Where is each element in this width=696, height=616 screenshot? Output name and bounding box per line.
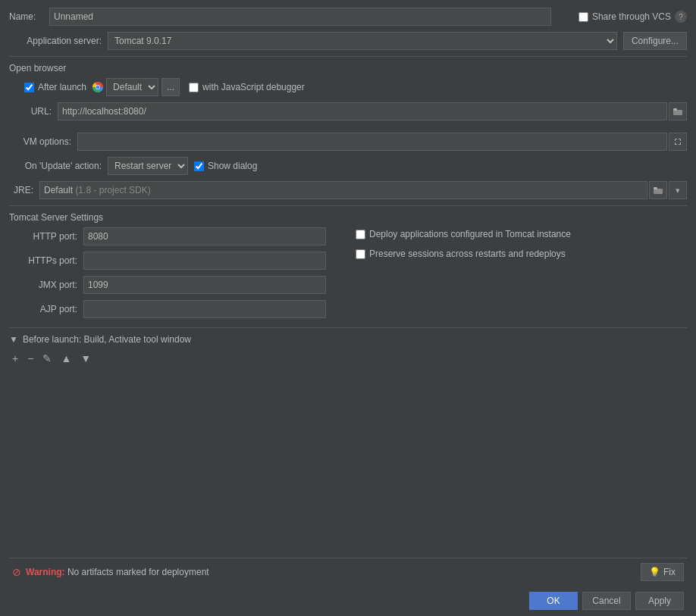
svg-rect-5	[654, 189, 663, 194]
update-action-label: On 'Update' action:	[9, 161, 108, 171]
warning-icon: ⊘	[12, 566, 21, 578]
before-launch-up-button[interactable]: ▲	[58, 349, 74, 367]
jmx-port-input[interactable]	[83, 276, 326, 294]
deploy-label: Deploy applications configured in Tomcat…	[369, 229, 571, 239]
deploy-checkbox[interactable]	[356, 230, 365, 239]
before-launch-title: Before launch: Build, Activate tool wind…	[23, 334, 191, 345]
tomcat-section-title: Tomcat Server Settings	[9, 212, 687, 223]
show-dialog-label: Show dialog	[208, 161, 257, 171]
ok-button[interactable]: OK	[529, 592, 578, 610]
preserve-sessions-checkbox[interactable]	[356, 249, 365, 259]
jre-dropdown-button[interactable]: ▾	[669, 181, 687, 199]
svg-rect-3	[673, 110, 682, 115]
browser-browse-button[interactable]: ...	[161, 78, 180, 96]
warning-bar: ⊘ Warning: No artifacts marked for deplo…	[9, 558, 687, 586]
bottom-button-bar: OK Cancel Apply	[9, 586, 687, 616]
open-browser-title: Open browser	[9, 63, 687, 73]
update-action-select[interactable]: Restart server	[108, 157, 188, 175]
before-launch-down-button[interactable]: ▼	[77, 349, 94, 367]
app-server-label: Application server:	[9, 36, 108, 46]
preserve-sessions-checkbox-row[interactable]: Preserve sessions across restarts and re…	[356, 249, 687, 259]
vcs-checkbox[interactable]	[578, 12, 588, 22]
configure-button[interactable]: Configure...	[623, 32, 687, 50]
ajp-port-input[interactable]	[83, 300, 326, 318]
chrome-icon	[92, 82, 103, 92]
name-input[interactable]	[49, 8, 551, 26]
after-launch-checkbox[interactable]	[24, 83, 34, 92]
http-port-input[interactable]	[83, 227, 326, 245]
vm-options-expand-button[interactable]	[669, 133, 687, 151]
fix-icon: 💡	[649, 567, 660, 577]
https-port-label: HTTPs port:	[9, 255, 77, 266]
preserve-sessions-label: Preserve sessions across restarts and re…	[369, 249, 566, 259]
folder-icon	[673, 108, 682, 115]
url-input[interactable]	[58, 102, 667, 120]
cancel-button[interactable]: Cancel	[582, 592, 631, 610]
jre-value-display: Default (1.8 - project SDK)	[39, 181, 647, 199]
vcs-help-icon: ?	[675, 11, 687, 23]
app-server-select[interactable]: Tomcat 9.0.17	[108, 32, 617, 50]
vm-options-label: VM options:	[9, 136, 77, 147]
name-label: Name:	[9, 11, 43, 22]
vcs-label: Share through VCS	[592, 11, 671, 22]
apply-button[interactable]: Apply	[635, 592, 684, 610]
before-launch-remove-button[interactable]: −	[24, 349, 36, 367]
http-port-label: HTTP port:	[9, 231, 77, 242]
js-debugger-label: with JavaScript debugger	[202, 82, 305, 92]
expand-icon	[674, 138, 682, 145]
svg-rect-6	[654, 187, 657, 189]
show-dialog-checkbox[interactable]	[194, 161, 204, 171]
jmx-port-label: JMX port:	[9, 280, 77, 290]
ajp-port-label: AJP port:	[9, 304, 77, 314]
before-launch-collapse-icon[interactable]: ▼	[9, 334, 18, 345]
warning-text: Warning: No artifacts marked for deploym…	[26, 567, 641, 577]
https-port-input[interactable]	[83, 252, 326, 270]
browser-select[interactable]: Default	[106, 78, 158, 96]
fix-button[interactable]: 💡 Fix	[641, 563, 684, 581]
jre-browse-button[interactable]	[649, 181, 667, 199]
url-browse-button[interactable]	[669, 102, 687, 120]
vm-options-input[interactable]	[77, 133, 667, 151]
svg-rect-4	[673, 108, 677, 111]
jre-label: JRE:	[9, 185, 39, 195]
jre-folder-icon	[654, 186, 663, 194]
js-debugger-checkbox[interactable]	[189, 83, 199, 92]
deploy-checkbox-row[interactable]: Deploy applications configured in Tomcat…	[356, 229, 687, 239]
url-label: URL:	[24, 106, 52, 117]
before-launch-add-button[interactable]: +	[9, 349, 21, 367]
svg-point-2	[96, 86, 100, 89]
before-launch-edit-button[interactable]: ✎	[39, 349, 55, 367]
after-launch-label: After launch	[38, 82, 86, 92]
